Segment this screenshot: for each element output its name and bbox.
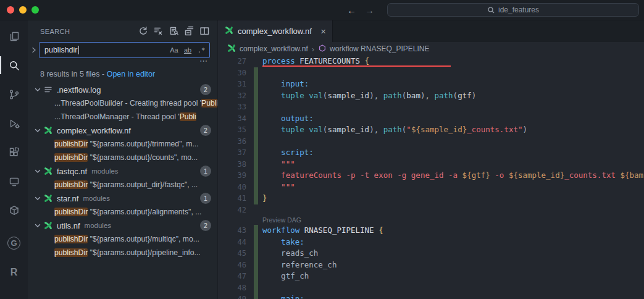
- line-number[interactable]: 43: [218, 225, 246, 237]
- code-line[interactable]: 33: [218, 101, 644, 113]
- search-match-row[interactable]: publishDir "${params.output}/alignments"…: [28, 205, 217, 219]
- gutter-decoration: [246, 193, 262, 204]
- navigate-forward-button[interactable]: →: [361, 5, 378, 15]
- open-in-editor-link[interactable]: Open in editor: [107, 70, 156, 78]
- codelens-row[interactable]: Preview DAG: [218, 216, 644, 225]
- code-line[interactable]: 44 take:: [218, 237, 644, 248]
- code-line[interactable]: 47 gtf_ch: [218, 271, 644, 282]
- line-number[interactable]: 41: [218, 193, 246, 204]
- tab-bar: complex_workflow.nf ×: [218, 20, 644, 42]
- whole-word-toggle[interactable]: ab: [182, 44, 194, 56]
- code-line[interactable]: 38 """: [218, 159, 644, 171]
- search-file-row[interactable]: .nextflow.log2: [28, 83, 217, 96]
- search-file-row[interactable]: star.nfmodules1: [28, 192, 217, 205]
- open-in-editor-button[interactable]: [198, 25, 211, 38]
- code-line[interactable]: 41}: [218, 193, 644, 204]
- match-text-after: "${params.output}/alignments", ...: [88, 208, 201, 216]
- line-number[interactable]: 30: [218, 67, 246, 79]
- search-match-row[interactable]: publishDir "${params.output}/pipeline_in…: [28, 246, 217, 259]
- code-line[interactable]: 31 input:: [218, 78, 644, 90]
- code-line[interactable]: 48: [218, 282, 644, 294]
- line-number[interactable]: 45: [218, 248, 246, 259]
- match-case-toggle[interactable]: Aa: [168, 44, 180, 56]
- line-number[interactable]: 36: [218, 136, 246, 148]
- match-count-badge: 2: [200, 125, 211, 136]
- nextflow-icon: [43, 166, 54, 176]
- line-number[interactable]: 47: [218, 271, 246, 282]
- code-line[interactable]: 39 featureCounts -p -t exon -g gene_id -…: [218, 170, 644, 182]
- line-number[interactable]: 32: [218, 90, 246, 102]
- search-match-row[interactable]: publishDir "${params.output}/trimmed", m…: [28, 137, 217, 151]
- activity-item-source-control[interactable]: [0, 80, 28, 109]
- search-match-row[interactable]: ...ThreadPoolBuilder - Creating thread p…: [28, 96, 217, 110]
- gutter-decoration: [246, 282, 262, 294]
- minimize-window-button[interactable]: [19, 6, 27, 14]
- line-number[interactable]: 42: [218, 204, 246, 216]
- activity-item-explorer[interactable]: [0, 22, 28, 51]
- line-number[interactable]: 46: [218, 259, 246, 271]
- activity-item-search[interactable]: [0, 51, 28, 80]
- regex-toggle[interactable]: .*: [195, 44, 207, 56]
- search-match-row[interactable]: publishDir "${params.output}/counts", mo…: [28, 151, 217, 164]
- code-line[interactable]: 27process FEATURECOUNTS {: [218, 56, 644, 67]
- search-match-row[interactable]: ...ThreadPoolManager - Thread pool 'Publ…: [28, 110, 217, 124]
- line-number[interactable]: 27: [218, 56, 246, 67]
- search-file-row[interactable]: fastqc.nfmodules1: [28, 164, 217, 178]
- line-number[interactable]: 35: [218, 124, 246, 136]
- refresh-button[interactable]: [136, 25, 149, 38]
- activity-item-gitlens[interactable]: G: [0, 229, 28, 258]
- activity-item-remote-explorer[interactable]: [0, 167, 28, 196]
- line-number[interactable]: 38: [218, 159, 246, 171]
- breadcrumb-symbol[interactable]: workflow RNASEQ_PIPELINE: [318, 44, 429, 54]
- code-line[interactable]: 40 """: [218, 182, 644, 193]
- breadcrumb-file[interactable]: complex_workflow.nf: [227, 43, 308, 55]
- codelens-link[interactable]: Preview DAG: [262, 216, 301, 225]
- log-file-icon: [43, 85, 54, 95]
- search-match-row[interactable]: publishDir "${params.output_dir}/fastqc"…: [28, 178, 217, 192]
- chevron-down-icon: [33, 193, 43, 203]
- code-line[interactable]: 43workflow RNASEQ_PIPELINE {: [218, 225, 644, 237]
- search-file-row[interactable]: complex_workflow.nf2: [28, 124, 217, 137]
- window-controls: [7, 6, 39, 14]
- line-number[interactable]: 39: [218, 170, 246, 182]
- search-input[interactable]: publishdir Aa ab .*: [39, 42, 210, 58]
- code-text: output:: [262, 113, 314, 125]
- tab-complex-workflow[interactable]: complex_workflow.nf ×: [218, 20, 333, 42]
- line-number[interactable]: 37: [218, 147, 246, 159]
- toggle-search-details[interactable]: ⋯: [199, 58, 207, 67]
- activity-item-r-lang[interactable]: R: [0, 258, 28, 287]
- code-area[interactable]: 27process FEATURECOUNTS {3031 input:32 t…: [218, 56, 644, 299]
- navigate-back-button[interactable]: ←: [343, 5, 361, 15]
- activity-item-run-debug[interactable]: [0, 109, 28, 138]
- new-search-editor-button[interactable]: [167, 25, 180, 38]
- command-center-search[interactable]: ide_features: [387, 3, 639, 17]
- line-number[interactable]: 48: [218, 282, 246, 294]
- line-number[interactable]: 49: [218, 293, 246, 299]
- line-number[interactable]: 34: [218, 113, 246, 125]
- activity-item-extensions[interactable]: [0, 138, 28, 167]
- close-window-button[interactable]: [7, 6, 14, 14]
- code-line[interactable]: 46 reference_ch: [218, 259, 644, 271]
- search-file-row[interactable]: utils.nfmodules2: [28, 219, 217, 232]
- line-number[interactable]: 40: [218, 182, 246, 193]
- toggle-replace-chevron-icon[interactable]: [29, 45, 39, 55]
- code-line[interactable]: 37 script:: [218, 147, 644, 159]
- line-number[interactable]: [218, 216, 246, 225]
- line-number[interactable]: 31: [218, 78, 246, 90]
- code-line[interactable]: 34 output:: [218, 113, 644, 125]
- zoom-window-button[interactable]: [31, 6, 39, 14]
- collapse-all-button[interactable]: [182, 25, 196, 38]
- line-number[interactable]: 44: [218, 237, 246, 248]
- clear-results-button[interactable]: [151, 25, 165, 38]
- search-match-row[interactable]: publishDir "${params.output}/multiqc", m…: [28, 232, 217, 246]
- code-line[interactable]: 30: [218, 67, 644, 79]
- code-line[interactable]: 49 main:: [218, 293, 644, 299]
- close-icon[interactable]: ×: [320, 26, 326, 36]
- code-line[interactable]: 45 reads_ch: [218, 248, 644, 259]
- code-line[interactable]: 35 tuple val(sample_id), path("${sample_…: [218, 124, 644, 136]
- code-line[interactable]: 32 tuple val(sample_id), path(bam), path…: [218, 90, 644, 102]
- code-line[interactable]: 36: [218, 136, 644, 148]
- line-number[interactable]: 33: [218, 101, 246, 113]
- activity-item-containers[interactable]: [0, 196, 28, 225]
- code-line[interactable]: 42: [218, 204, 644, 216]
